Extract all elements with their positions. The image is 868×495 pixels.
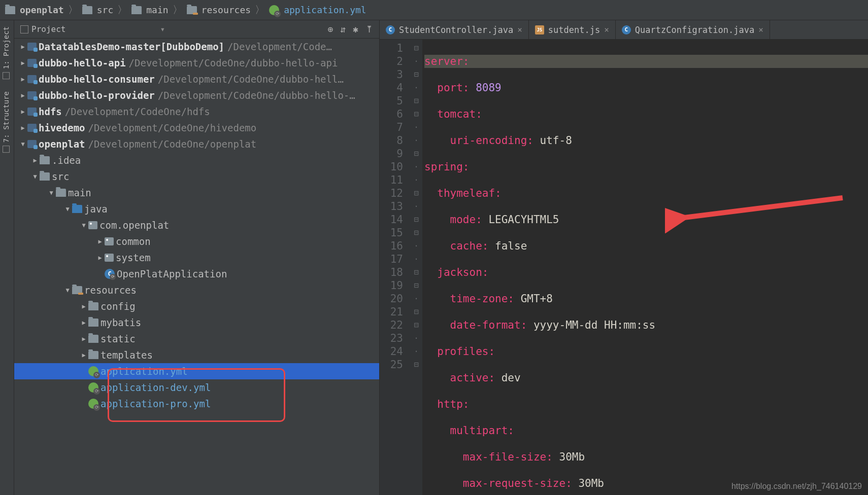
tab-quartz-config[interactable]: QuartzConfigration.java× — [616, 20, 770, 39]
panel-title: Project — [31, 24, 65, 34]
tree-node[interactable]: ▶dubbo-hello-consumer/Development/CodeOn… — [14, 71, 379, 87]
left-tool-tabs: 1: Project 7: Structure — [0, 20, 14, 495]
folder-icon — [40, 172, 50, 181]
module-icon — [27, 75, 37, 83]
folder-icon — [82, 6, 92, 14]
module-icon — [27, 59, 37, 67]
tab-sutdent-js[interactable]: sutdent.js× — [529, 20, 616, 39]
tree-node[interactable]: ▼com.openplat — [14, 217, 379, 233]
tree-node[interactable]: ▶system — [14, 250, 379, 266]
folder-icon — [131, 6, 142, 14]
folder-icon — [40, 156, 50, 164]
tree-node[interactable]: OpenPlatApplication — [14, 266, 379, 282]
close-icon[interactable]: × — [758, 25, 763, 34]
module-icon — [27, 43, 37, 51]
tree-node-openplat[interactable]: ▼openplat/Development/CodeOne/openplat — [14, 136, 379, 152]
tree-node-java[interactable]: ▼java — [14, 201, 379, 217]
project-panel: Project ▾ ⊕ ⇵ ✱ ⤒ ▶DatatablesDemo-master… — [14, 20, 380, 495]
tool-icon — [3, 146, 10, 153]
crumb-resources[interactable]: resources — [187, 5, 251, 15]
chevron-right-icon: 〉 — [68, 3, 78, 17]
folder-icon — [88, 319, 98, 327]
project-tree[interactable]: ▶DatatablesDemo-master [DubboDemo]/Devel… — [14, 39, 379, 495]
tree-node[interactable]: ▶mybatis — [14, 314, 379, 331]
folder-icon — [5, 6, 15, 14]
hide-icon[interactable]: ⤒ — [365, 24, 373, 34]
tree-node[interactable]: ▶hivedemo/Development/CodeOne/hivedemo — [14, 120, 379, 136]
folder-icon — [88, 335, 98, 343]
tree-node[interactable]: application-dev.yml — [14, 379, 379, 396]
yml-icon — [88, 382, 98, 393]
tree-node[interactable]: ▶config — [14, 298, 379, 314]
tree-node[interactable]: ▶static — [14, 331, 379, 347]
folder-icon — [88, 302, 98, 310]
class-run-icon — [105, 269, 115, 279]
chevron-right-icon: 〉 — [117, 3, 127, 17]
package-icon — [105, 237, 114, 245]
code-content[interactable]: server: port: 8089 tomcat: uri-encoding:… — [422, 40, 868, 495]
module-icon — [27, 124, 37, 132]
project-view-icon — [20, 25, 28, 33]
module-icon — [27, 140, 37, 148]
tree-node[interactable]: ▶dubbo-hello-api/Development/CodeOne/dub… — [14, 55, 379, 71]
module-icon — [27, 108, 37, 116]
collapse-icon[interactable]: ⇵ — [340, 24, 346, 34]
yml-icon — [88, 366, 98, 376]
tree-node-main[interactable]: ▼main — [14, 185, 379, 201]
crumb-openplat[interactable]: openplat — [5, 5, 64, 15]
tree-node[interactable]: ▶DatatablesDemo-master [DubboDemo]/Devel… — [14, 39, 379, 55]
tree-node-application-yml[interactable]: application.yml — [14, 363, 379, 379]
breadcrumb: openplat 〉 src 〉 main 〉 resources 〉 appl… — [0, 0, 868, 20]
js-icon — [535, 25, 544, 34]
code-editor[interactable]: 1234567891011121314151617181920212223242… — [380, 40, 868, 495]
gear-icon[interactable]: ✱ — [353, 24, 358, 34]
editor-tabs: StudentController.java× sutdent.js× Quar… — [380, 20, 868, 40]
watermark: https://blog.csdn.net/zjh_746140129 — [731, 482, 862, 491]
tree-node-src[interactable]: ▼src — [14, 168, 379, 185]
tree-node[interactable]: ▶common — [14, 233, 379, 250]
yml-icon — [269, 5, 279, 15]
close-icon[interactable]: × — [517, 25, 522, 34]
tree-node-resources[interactable]: ▼resources — [14, 282, 379, 298]
tab-student-controller[interactable]: StudentController.java× — [380, 20, 529, 39]
module-icon — [27, 91, 37, 99]
folder-icon — [56, 189, 66, 197]
resources-folder-icon — [72, 286, 82, 294]
line-gutter: 1234567891011121314151617181920212223242… — [380, 40, 410, 495]
src-folder-icon — [72, 205, 82, 213]
chevron-down-icon[interactable]: ▾ — [160, 24, 165, 34]
chevron-right-icon: 〉 — [255, 3, 265, 17]
crumb-src[interactable]: src — [82, 5, 114, 15]
tree-node[interactable]: ▶templates — [14, 347, 379, 363]
crumb-application-yml[interactable]: application.yml — [269, 5, 366, 15]
chevron-right-icon: 〉 — [173, 3, 183, 17]
project-panel-header: Project ▾ ⊕ ⇵ ✱ ⤒ — [14, 20, 379, 39]
package-icon — [105, 254, 114, 262]
tab-structure[interactable]: 7: Structure — [0, 85, 12, 159]
class-icon — [386, 25, 395, 34]
folder-icon — [88, 351, 98, 359]
editor-panel: StudentController.java× sutdent.js× Quar… — [380, 20, 868, 495]
tree-node[interactable]: ▶.idea — [14, 152, 379, 168]
locate-icon[interactable]: ⊕ — [327, 24, 333, 34]
resources-folder-icon — [187, 6, 197, 14]
yml-icon — [88, 399, 98, 409]
tree-node[interactable]: ▶dubbo-hello-provider/Development/CodeOn… — [14, 87, 379, 103]
fold-gutter[interactable]: ⊟·⊟·⊟⊟··⊟··⊟·⊟⊟··⊟⊟·⊟⊟··⊟ — [410, 40, 422, 495]
class-icon — [622, 25, 631, 34]
crumb-main[interactable]: main — [131, 5, 168, 15]
tree-node[interactable]: application-pro.yml — [14, 396, 379, 412]
tree-node[interactable]: ▶hdfs/Development/CodeOne/hdfs — [14, 103, 379, 120]
close-icon[interactable]: × — [604, 25, 609, 34]
tool-icon — [3, 72, 10, 79]
package-icon — [88, 221, 97, 229]
tab-project[interactable]: 1: Project — [0, 20, 12, 85]
